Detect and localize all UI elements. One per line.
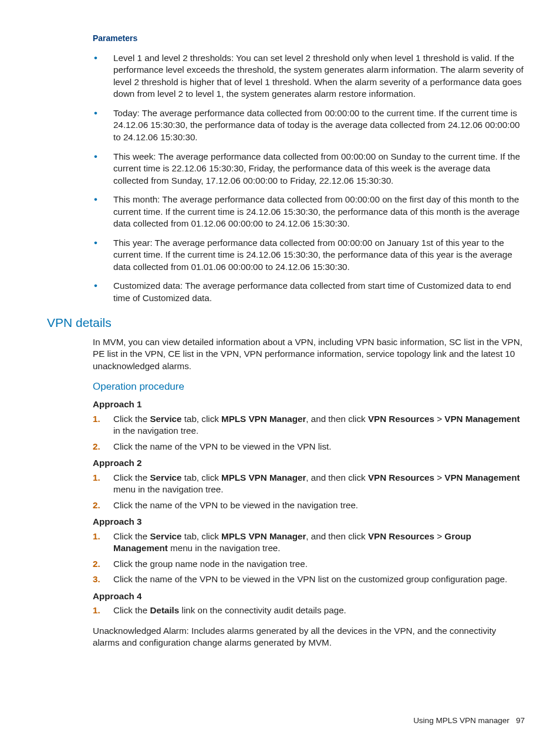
list-item: This week: The average performance data … (93, 151, 525, 187)
t: VPN Resources (368, 414, 434, 424)
approach-2-heading: Approach 2 (93, 457, 525, 470)
parameters-heading: Parameters (93, 33, 525, 44)
step-item: Click the name of the VPN to be viewed i… (93, 441, 525, 453)
vpn-details-intro: In MVM, you can view detailed informatio… (93, 336, 525, 373)
t: MPLS VPN Manager (221, 472, 306, 482)
t: menu in the navigation tree. (113, 484, 223, 494)
step-item: Click the Service tab, click MPLS VPN Ma… (93, 531, 525, 555)
step-item: Click the group name node in the navigat… (93, 558, 525, 571)
list-item: This month: The average performance data… (93, 194, 525, 230)
list-item: This year: The average performance data … (93, 237, 525, 274)
t: , and then click (306, 414, 368, 424)
t: Click the (113, 414, 150, 424)
document-page: Parameters Level 1 and level 2 threshold… (0, 0, 560, 673)
t: Service (150, 531, 181, 541)
t: tab, click (182, 472, 222, 482)
t: in the navigation tree. (113, 426, 198, 436)
t: > (434, 531, 444, 541)
t: , and then click (306, 472, 368, 482)
approach-4-steps: Click the Details link on the connectivi… (93, 605, 525, 617)
list-item: Customized data: The average performance… (93, 280, 525, 304)
step-item: Click the Details link on the connectivi… (93, 605, 525, 617)
page-footer: Using MPLS VPN manager 97 (413, 715, 525, 726)
t: MPLS VPN Manager (221, 414, 306, 424)
step-item: Click the name of the VPN to be viewed i… (93, 499, 525, 512)
t: , and then click (306, 531, 368, 541)
parameters-list: Level 1 and level 2 thresholds: You can … (93, 52, 525, 304)
step-item: Click the Service tab, click MPLS VPN Ma… (93, 472, 525, 496)
footer-text: Using MPLS VPN manager (413, 716, 510, 725)
t: Click the (113, 531, 150, 541)
list-item: Level 1 and level 2 thresholds: You can … (93, 52, 525, 100)
t: tab, click (182, 531, 222, 541)
t: link on the connectivity audit details p… (179, 605, 346, 615)
unacknowledged-alarm-note: Unacknowledged Alarm: Includes alarms ge… (93, 625, 525, 649)
t: VPN Management (444, 414, 519, 424)
t: Click the (113, 605, 150, 615)
t: VPN Resources (368, 531, 434, 541)
t: Service (150, 414, 181, 424)
t: menu in the navigation tree. (168, 543, 281, 553)
t: Click the (113, 472, 150, 482)
step-item: Click the Service tab, click MPLS VPN Ma… (93, 413, 525, 437)
operation-procedure-heading: Operation procedure (93, 380, 525, 394)
vpn-details-heading: VPN details (47, 315, 525, 331)
t: Details (150, 605, 179, 615)
approach-1-heading: Approach 1 (93, 399, 525, 411)
t: VPN Management (444, 472, 519, 482)
t: > (434, 472, 444, 482)
approach-4-heading: Approach 4 (93, 590, 525, 603)
approach-2-steps: Click the Service tab, click MPLS VPN Ma… (93, 472, 525, 512)
t: tab, click (182, 414, 222, 424)
t: Service (150, 472, 181, 482)
approach-1-steps: Click the Service tab, click MPLS VPN Ma… (93, 413, 525, 453)
t: VPN Resources (368, 472, 434, 482)
list-item: Today: The average performance data coll… (93, 107, 525, 144)
t: MPLS VPN Manager (221, 531, 306, 541)
t: > (434, 414, 444, 424)
page-number: 97 (516, 716, 525, 725)
step-item: Click the name of the VPN to be viewed i… (93, 573, 525, 586)
approach-3-heading: Approach 3 (93, 516, 525, 528)
approach-3-steps: Click the Service tab, click MPLS VPN Ma… (93, 531, 525, 586)
